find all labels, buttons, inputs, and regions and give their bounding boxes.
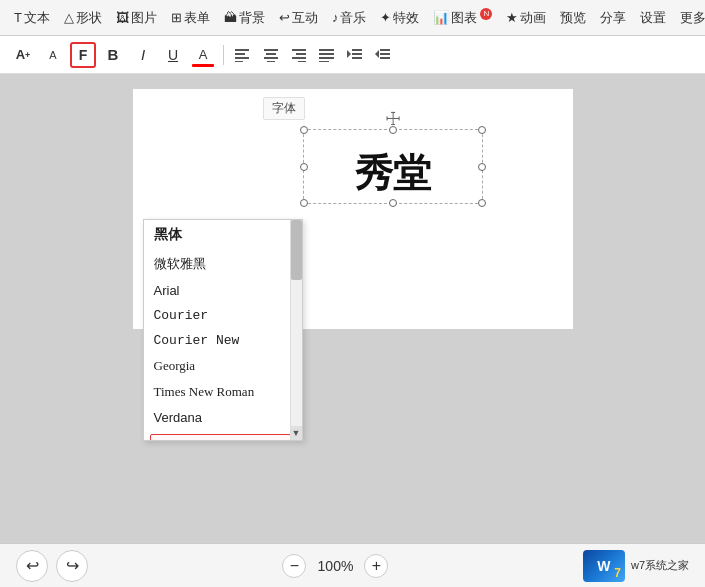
handle-top-middle[interactable] [389,126,397,134]
handle-bottom-middle[interactable] [389,199,397,207]
handle-top-right[interactable] [478,126,486,134]
svg-rect-1 [235,53,245,55]
toolbar-divider [223,45,224,65]
svg-rect-10 [292,57,306,59]
svg-marker-23 [375,50,379,58]
text-tool[interactable]: T 文本 [8,5,56,31]
slide-canvas[interactable]: 字体 ☩ 秀堂 黑体 微软雅黑 Arial Courier Co [133,89,573,329]
scrollbar-down-arrow[interactable]: ▼ [291,426,302,440]
svg-rect-14 [319,57,334,59]
preview-tool[interactable]: 预览 [554,5,592,31]
more-tool[interactable]: 更多 ▼ [674,5,705,31]
font-size-down-button[interactable]: A [40,42,66,68]
align-left-button[interactable] [231,43,255,67]
effect-icon: ✦ [380,10,391,25]
svg-rect-3 [235,61,243,62]
svg-rect-21 [380,53,390,55]
font-list: 黑体 微软雅黑 Arial Courier Courier New Georgi… [144,220,302,440]
chart-icon: 📊 [433,10,449,25]
font-item-verdana[interactable]: Verdana [144,405,302,430]
color-indicator [192,64,214,67]
undo-button[interactable]: ↩ [16,550,48,582]
align-justify-button[interactable] [315,43,339,67]
svg-rect-8 [292,49,306,51]
effect-tool[interactable]: ✦ 特效 [374,5,425,31]
interact-tool[interactable]: ↩ 互动 [273,5,324,31]
background-tool[interactable]: 🏔 背景 [218,5,271,31]
handle-bottom-right[interactable] [478,199,486,207]
font-label-popup: 字体 [263,97,305,120]
bottom-left-actions: ↩ ↪ [16,550,88,582]
interact-icon: ↩ [279,10,290,25]
underline-button[interactable]: U [160,42,186,68]
zoom-in-button[interactable]: + [364,554,388,578]
table-icon: ⊞ [171,10,182,25]
handle-middle-right[interactable] [478,163,486,171]
canvas-area: 字体 ☩ 秀堂 黑体 微软雅黑 Arial Courier Co [0,74,705,543]
zoom-controls: − 100% + [282,554,388,578]
top-toolbar: T 文本 △ 形状 🖼 图片 ⊞ 表单 🏔 背景 ↩ 互动 ♪ 音乐 ✦ 特效 … [0,0,705,36]
align-center-button[interactable] [259,43,283,67]
chart-badge: N [480,8,492,20]
w7-site-label: w7系统之家 [631,558,689,573]
zoom-out-button[interactable]: − [282,554,306,578]
share-tool[interactable]: 分享 [594,5,632,31]
animation-icon: ★ [506,10,518,25]
bold-button[interactable]: B [100,42,126,68]
bottom-bar: ↩ ↪ − 100% + W 7 w7系统之家 [0,543,705,587]
handle-middle-left[interactable] [300,163,308,171]
table-tool[interactable]: ⊞ 表单 [165,5,216,31]
font-item-courier[interactable]: Courier [144,303,302,328]
image-tool[interactable]: 🖼 图片 [110,5,163,31]
font-dropdown[interactable]: 黑体 微软雅黑 Arial Courier Courier New Georgi… [143,219,303,441]
svg-rect-7 [267,61,275,62]
font-item-georgia[interactable]: Georgia [144,353,302,379]
shape-icon: △ [64,10,74,25]
music-tool[interactable]: ♪ 音乐 [326,5,373,31]
svg-rect-20 [380,49,390,51]
font-item-heiti[interactable]: 黑体 [144,220,302,250]
font-item-couriernew[interactable]: Courier New [144,328,302,353]
indent-button[interactable] [343,43,367,67]
svg-rect-13 [319,53,334,55]
outdent-button[interactable] [371,43,395,67]
svg-rect-6 [264,57,278,59]
text-box-selected[interactable]: ☩ 秀堂 [303,129,483,204]
svg-rect-17 [352,53,362,55]
italic-button[interactable]: I [130,42,156,68]
background-icon: 🏔 [224,10,237,25]
shape-tool[interactable]: △ 形状 [58,5,108,31]
svg-rect-4 [264,49,278,51]
w7-badge: W 7 w7系统之家 [583,550,689,582]
mobile-font-section-label: 以下字体手机端显示为图片 [150,434,296,440]
svg-rect-16 [352,49,362,51]
svg-rect-9 [296,53,306,55]
font-item-timesnewroman[interactable]: Times New Roman [144,379,302,405]
font-item-msyh[interactable]: 微软雅黑 [144,250,302,278]
handle-bottom-left[interactable] [300,199,308,207]
font-item-arial[interactable]: Arial [144,278,302,303]
font-size-up-button[interactable]: A+ [10,42,36,68]
align-right-button[interactable] [287,43,311,67]
svg-rect-11 [298,61,306,62]
animation-tool[interactable]: ★ 动画 [500,5,552,31]
text-icon: T [14,10,22,25]
bottom-right-area: W 7 w7系统之家 [583,550,689,582]
scrollbar-thumb[interactable] [291,220,302,280]
chart-tool[interactable]: 📊 图表 N [427,5,498,31]
svg-rect-0 [235,49,249,51]
handle-top-left[interactable] [300,126,308,134]
music-icon: ♪ [332,10,339,25]
redo-button[interactable]: ↪ [56,550,88,582]
w7-logo: W 7 [583,550,625,582]
svg-rect-2 [235,57,249,59]
text-preview: 秀堂 [304,140,482,199]
font-picker-button[interactable]: F [70,42,96,68]
svg-marker-19 [347,50,351,58]
svg-rect-12 [319,49,334,51]
font-color-button[interactable]: A [190,42,216,68]
svg-rect-5 [266,53,276,55]
settings-tool[interactable]: 设置 [634,5,672,31]
zoom-level: 100% [314,558,356,574]
font-list-scrollbar[interactable]: ▼ [290,220,302,440]
